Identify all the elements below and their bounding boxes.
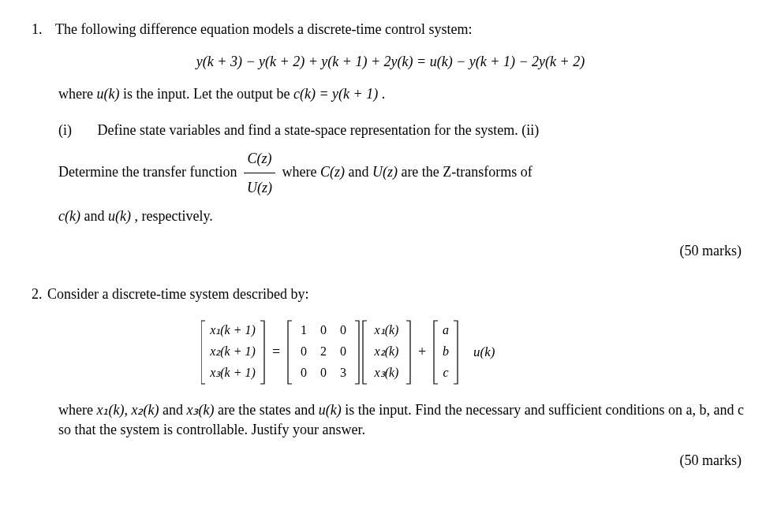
question-2: 2. Consider a discrete-time system descr…	[32, 285, 749, 471]
m-lhs-2: x₃(k + 1)	[209, 366, 256, 380]
q1-part-i-label: (i)	[58, 116, 94, 144]
q1-part-i-text: Define state variables and find a state-…	[98, 122, 540, 138]
q1-part-i-line: (i) Define state variables and find a st…	[58, 116, 749, 144]
q1-header: 1. The following difference equation mod…	[32, 20, 749, 39]
m-A-02: 0	[340, 323, 346, 337]
q2-header: 2. Consider a discrete-time system descr…	[32, 285, 749, 304]
q1-parts: (i) Define state variables and find a st…	[58, 116, 749, 230]
q1-line2-ck: c(k)	[58, 208, 80, 224]
m-x-2: x₃(k)	[374, 366, 399, 380]
m-A-12: 0	[340, 344, 346, 358]
m-B-1: b	[443, 344, 449, 358]
q2-marks: (50 marks)	[32, 451, 742, 471]
m-A-11: 2	[320, 344, 327, 358]
q2-and: and	[159, 402, 186, 418]
q1-part-ii-line2: c(k) and u(k) , respectively.	[58, 202, 749, 230]
q1-where-end: .	[378, 86, 385, 102]
q1-cz: C(z)	[320, 163, 345, 179]
q1-part-ii-pre: Determine the transfer function	[58, 163, 241, 179]
m-lhs-0: x₁(k + 1)	[209, 323, 256, 337]
m-B-2: c	[443, 366, 448, 379]
question-1: 1. The following difference equation mod…	[32, 20, 749, 261]
q1-where-pre: where	[58, 86, 96, 102]
m-A-00: 1	[301, 323, 307, 337]
matrix-svg: x₁(k + 1) x₂(k + 1) x₃(k + 1) = 1 0 0 0 …	[201, 317, 580, 388]
m-equals: =	[272, 344, 280, 359]
q2-intro: Consider a discrete-time system describe…	[47, 285, 749, 304]
q1-frac-den: U(z)	[244, 173, 275, 202]
m-A-01: 0	[320, 323, 327, 337]
m-A-21: 0	[320, 366, 327, 379]
q1-line2-mid: and	[80, 208, 108, 224]
q2-uk: u(k)	[319, 402, 342, 418]
q1-where: where u(k) is the input. Let the output …	[58, 84, 749, 104]
q1-intro: The following difference equation models…	[55, 20, 749, 39]
q1-line2-end: , respectively.	[131, 208, 213, 224]
m-B-0: a	[443, 323, 449, 337]
q1-part-ii-line1: Determine the transfer function C(z) U(z…	[58, 144, 749, 202]
q2-where-mid: are the states and	[214, 402, 318, 418]
m-x-0: x₁(k)	[374, 323, 399, 337]
q1-fraction: C(z) U(z)	[244, 144, 275, 202]
q1-frac-num: C(z)	[244, 144, 275, 173]
q1-number: 1.	[32, 20, 55, 39]
q1-where-uk: u(k)	[96, 86, 119, 102]
q2-x2: x₂(k)	[131, 402, 159, 418]
m-A-20: 0	[301, 366, 307, 379]
q1-line2-uk: u(k)	[108, 208, 131, 224]
q2-where: where x₁(k), x₂(k) and x₃(k) are the sta…	[58, 400, 749, 440]
q1-part-ii-tail: are the Z-transforms of	[398, 163, 532, 179]
q1-and1: and	[345, 163, 372, 179]
q1-marks: (50 marks)	[32, 241, 742, 261]
m-A-10: 0	[301, 344, 307, 358]
q2-number: 2.	[32, 285, 47, 304]
q2-x1: x₁(k)	[96, 402, 124, 418]
m-A-22: 3	[340, 366, 346, 379]
q1-part-ii-mid: where	[282, 163, 320, 179]
m-plus: +	[418, 344, 426, 359]
q1-uz: U(z)	[372, 163, 398, 179]
q1-where-mid: is the input. Let the output be	[119, 86, 293, 102]
q2-matrix-equation: x₁(k + 1) x₂(k + 1) x₃(k + 1) = 1 0 0 0 …	[32, 317, 749, 388]
q1-where-ck: c(k) = y(k + 1)	[293, 86, 378, 102]
m-uk: u(k)	[473, 344, 495, 359]
q1-equation: y(k + 3) − y(k + 2) + y(k + 1) + 2y(k) =…	[32, 52, 749, 72]
m-x-1: x₂(k)	[374, 344, 399, 359]
q2-where-pre: where	[58, 402, 96, 418]
q2-x3: x₃(k)	[186, 402, 214, 418]
m-lhs-1: x₂(k + 1)	[209, 344, 256, 359]
